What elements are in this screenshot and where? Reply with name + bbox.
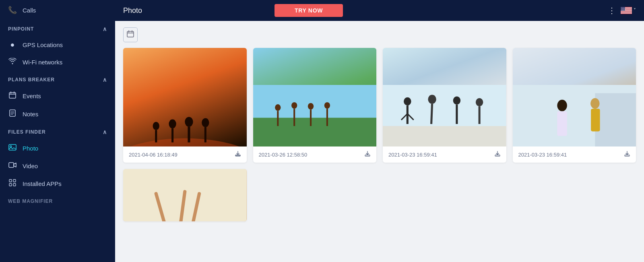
photo-timestamp-4: 2021-03-23 16:59:41 [518,152,567,158]
svg-rect-53 [383,126,506,146]
svg-rect-19 [621,11,632,11]
svg-point-32 [153,122,159,130]
svg-rect-11 [9,179,12,182]
download-icon-1[interactable] [235,151,241,159]
pinpoint-chevron-icon: ∧ [103,26,107,32]
photo-icon [8,144,17,153]
sidebar-item-events[interactable]: Events [0,87,115,105]
photo-card-footer-1: 2021-04-06 16:18:49 [123,146,247,163]
svg-point-67 [557,100,567,111]
sidebar-item-wifi-label: Wi-Fi networks [23,59,62,66]
sidebar: 📞 Calls PINPOINT ∧ ● GPS Locations Wi-Fi… [0,0,115,262]
photo-card-5 [123,169,247,221]
svg-line-59 [431,104,432,124]
svg-rect-12 [13,179,16,182]
sidebar-section-plans-breaker[interactable]: PLANS BREAKER ∧ [0,71,115,87]
svg-point-54 [404,97,411,105]
sidebar-item-gps-label: GPS Locations [23,41,63,48]
main-area: Photo TRY NOW ⋮ ★★★★★★ ★★★★★ ★★★★★ [115,0,644,262]
wifi-icon [8,58,17,66]
calendar-icon [8,91,17,101]
svg-point-47 [308,103,313,109]
calendar-filter-button[interactable] [123,27,138,42]
photo-image-3[interactable] [383,48,506,146]
app-header: Photo TRY NOW ⋮ ★★★★★★ ★★★★★ ★★★★★ [115,0,644,21]
svg-point-34 [169,120,176,128]
header-right-controls: ⋮ ★★★★★★ ★★★★★ ★★★★★★ ★★★★★ [608,6,636,14]
sidebar-item-events-label: Events [23,93,41,99]
try-now-button[interactable]: TRY NOW [275,4,343,17]
language-selector[interactable]: ★★★★★★ ★★★★★ ★★★★★★ ★★★★★ ˅ [621,7,636,14]
sidebar-item-photo[interactable]: Photo [0,139,115,157]
notes-icon [8,109,17,119]
sidebar-item-photo-label: Photo [23,145,38,152]
photo-card-3: 2021-03-23 16:59:41 [383,48,506,163]
photo-grid: 2021-04-06 16:18:49 [123,48,636,163]
svg-rect-14 [13,184,16,186]
us-flag-icon: ★★★★★★ ★★★★★ ★★★★★★ ★★★★★ [621,7,632,14]
sidebar-section-files-finder[interactable]: FILES FINDER ∧ [0,123,115,139]
download-icon-4[interactable] [624,151,630,159]
svg-point-38 [202,118,209,127]
svg-rect-68 [557,111,567,136]
photo-image-4[interactable] [513,48,636,146]
svg-point-69 [590,98,599,109]
svg-rect-42 [253,118,377,146]
photo-timestamp-3: 2021-03-23 16:59:41 [388,152,437,158]
photo-card-footer-4: 2021-03-23 16:59:41 [513,146,636,163]
sidebar-item-gps-locations[interactable]: ● GPS Locations [0,36,115,54]
photo-image-1[interactable] [123,48,247,146]
svg-rect-8 [9,144,16,150]
photo-image-5[interactable] [123,169,247,221]
photo-timestamp-1: 2021-04-06 16:18:49 [129,152,178,158]
pinpoint-section-label: PINPOINT [8,26,34,32]
content-area: 2021-04-06 16:18:49 [115,21,644,262]
grid-icon [8,179,17,188]
location-pin-icon: ● [8,41,17,49]
plans-breaker-section-label: PLANS BREAKER [8,77,55,83]
svg-point-62 [476,98,483,106]
svg-rect-27 [127,31,134,37]
svg-rect-41 [253,85,377,118]
download-icon-3[interactable] [494,151,501,159]
files-finder-chevron-icon: ∧ [103,129,107,135]
sidebar-section-web-magnifier[interactable]: WEB MAGNIFIER [0,193,115,208]
plans-breaker-chevron-icon: ∧ [103,76,107,83]
page-title: Photo [123,6,142,15]
sidebar-section-pinpoint[interactable]: PINPOINT ∧ [0,20,115,36]
svg-rect-21 [621,13,632,13]
sidebar-item-video-label: Video [23,163,38,169]
svg-rect-51 [365,155,370,156]
svg-point-31 [123,138,247,146]
svg-rect-71 [625,155,630,156]
svg-rect-64 [495,155,500,156]
sidebar-item-wifi-networks[interactable]: Wi-Fi networks [0,54,115,71]
svg-point-49 [324,102,330,109]
more-options-icon[interactable]: ⋮ [608,6,616,14]
svg-point-36 [185,117,193,127]
svg-rect-70 [591,109,600,131]
web-magnifier-label: WEB MAGNIFIER [8,198,53,204]
sidebar-item-installed-apps-label: Installed APPs [23,180,62,187]
svg-rect-0 [9,93,16,98]
photo-card-4: 2021-03-23 16:59:41 [513,48,636,163]
date-filter-row [123,27,636,42]
download-icon-2[interactable] [364,151,371,159]
svg-point-45 [291,102,297,109]
files-finder-section-label: FILES FINDER [8,129,46,135]
svg-point-43 [275,104,281,111]
sidebar-item-notes[interactable]: Notes [0,105,115,123]
sidebar-item-video[interactable]: Video [0,157,115,175]
language-chevron-icon: ˅ [634,8,636,13]
photo-timestamp-2: 2021-03-26 12:58:50 [259,152,308,158]
photo-card-2: 2021-03-26 12:58:50 [253,48,377,163]
photo-image-2[interactable] [253,48,377,146]
sidebar-item-installed-apps[interactable]: Installed APPs [0,175,115,193]
sidebar-item-calls[interactable]: 📞 Calls [0,0,115,20]
photo-card-footer-2: 2021-03-26 12:58:50 [253,146,377,163]
photo-card-footer-3: 2021-03-23 16:59:41 [383,146,506,163]
phone-icon: 📞 [8,6,17,14]
sidebar-item-notes-label: Notes [23,111,38,118]
svg-rect-13 [9,184,12,186]
svg-point-60 [453,96,460,104]
